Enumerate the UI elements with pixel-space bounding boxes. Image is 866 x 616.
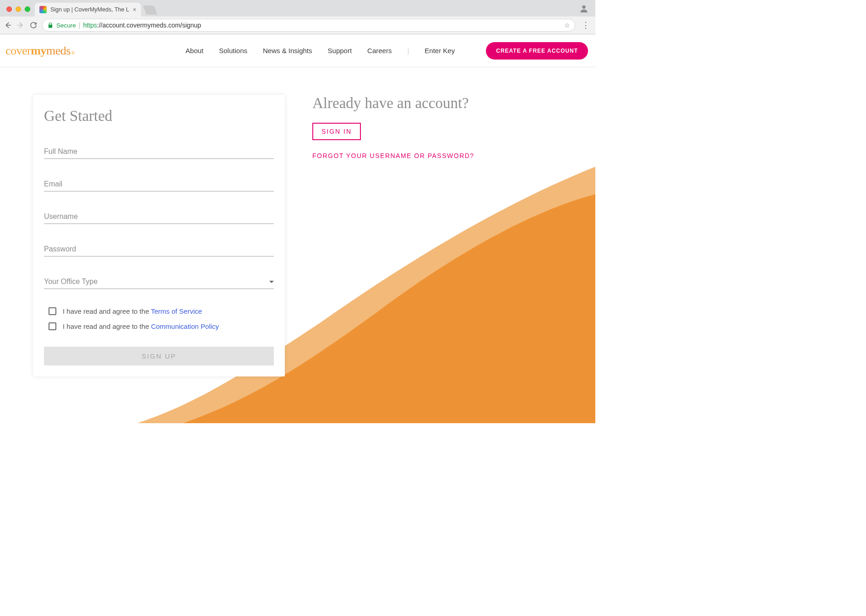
reload-icon[interactable] [29,21,38,29]
card-title: Get Started [44,108,274,125]
svg-point-0 [582,5,585,9]
nav-divider: | [407,47,409,55]
nav-support[interactable]: Support [328,47,352,55]
logo-part3: meds [46,44,71,58]
forgot-link[interactable]: FORGOT YOUR USERNAME OR PASSWORD? [312,152,474,159]
address-bar[interactable]: Secure | https://account.covermymeds.com… [42,19,575,32]
fullscreen-window-icon[interactable] [25,6,30,12]
site-header: covermymeds® About Solutions News & Insi… [0,34,595,67]
close-window-icon[interactable] [6,6,12,12]
comm-label: I have read and agree to the Communicati… [63,322,219,330]
forward-icon [16,21,25,29]
nav-enter-key[interactable]: Enter Key [425,47,455,55]
tos-checkbox[interactable] [49,307,56,315]
minimize-window-icon[interactable] [16,6,21,12]
tab-strip: Sign up | CoverMyMeds, The L × [0,0,595,16]
office-type-select[interactable]: Your Office Type [44,275,274,289]
browser-menu-icon[interactable]: ⋮ [580,20,592,30]
existing-account-title: Already have an account? [312,95,474,112]
close-tab-icon[interactable]: × [133,6,136,13]
comm-row: I have read and agree to the Communicati… [44,322,274,330]
logo-part1: cover [5,44,31,58]
chevron-down-icon [269,281,274,283]
email-field-wrap [44,177,274,191]
password-input[interactable] [44,242,274,256]
tab-title: Sign up | CoverMyMeds, The L [50,6,129,13]
tos-row: I have read and agree to the Terms of Se… [44,307,274,315]
signin-button[interactable]: SIGN IN [312,123,361,140]
logo-reg: ® [71,50,75,55]
separator: | [79,22,81,29]
window-controls [4,6,35,16]
tos-label: I have read and agree to the Terms of Se… [63,307,202,315]
username-input[interactable] [44,210,274,224]
email-input[interactable] [44,177,274,191]
browser-tab[interactable]: Sign up | CoverMyMeds, The L × [35,3,141,16]
comm-checkbox[interactable] [49,322,56,330]
fullname-input[interactable] [44,145,274,159]
url-text: https://account.covermymeds.com/signup [83,22,201,29]
username-field-wrap [44,210,274,224]
browser-chrome: Sign up | CoverMyMeds, The L × Secure | … [0,0,595,34]
bookmark-star-icon[interactable]: ☆ [564,22,570,29]
main-content: Get Started Your Office Type I have read… [0,67,595,376]
tos-link[interactable]: Terms of Service [151,307,202,315]
signup-button[interactable]: SIGN UP [44,347,274,365]
nav-solutions[interactable]: Solutions [219,47,247,55]
logo-part2: my [31,44,46,58]
office-type-placeholder: Your Office Type [44,278,98,286]
nav-news[interactable]: News & Insights [263,47,312,55]
profile-icon[interactable] [579,4,589,14]
new-tab-button[interactable] [143,5,157,15]
comm-link[interactable]: Communication Policy [151,322,219,330]
nav-careers[interactable]: Careers [367,47,392,55]
fullname-field-wrap [44,145,274,159]
signup-card: Get Started Your Office Type I have read… [33,95,285,376]
secure-label: Secure [56,22,76,29]
existing-account-section: Already have an account? SIGN IN FORGOT … [312,95,474,376]
address-bar-row: Secure | https://account.covermymeds.com… [0,16,595,34]
logo[interactable]: covermymeds® [5,44,75,58]
lock-icon [47,22,54,28]
favicon-icon [39,6,47,13]
office-type-field-wrap: Your Office Type [44,275,274,289]
create-account-button[interactable]: CREATE A FREE ACCOUNT [486,42,588,60]
password-field-wrap [44,242,274,256]
nav-about[interactable]: About [185,47,203,55]
back-icon[interactable] [4,21,12,29]
site-nav: About Solutions News & Insights Support … [185,42,588,60]
